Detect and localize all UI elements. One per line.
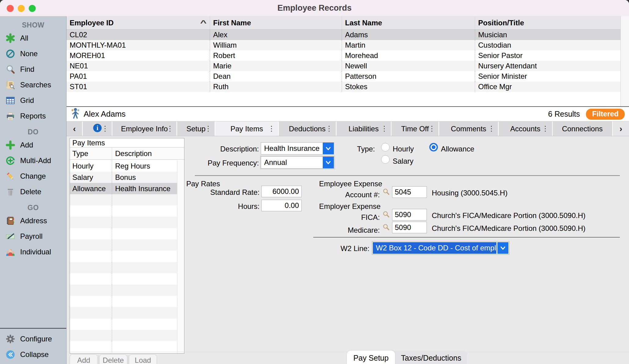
account-number-input[interactable] — [392, 186, 427, 198]
column-header-last-name[interactable]: Last Name — [342, 16, 475, 29]
pay-items-panel-title: Pay Items — [70, 138, 184, 147]
list-item[interactable]: SalaryBonus — [70, 172, 177, 183]
sidebar-footer: Configure Collapse — [0, 328, 66, 364]
table-row[interactable]: ST01RuthStokesOffice Mgr — [67, 82, 620, 92]
sidebar-item-change[interactable]: Change — [0, 168, 66, 184]
payroll-check-icon — [5, 231, 16, 241]
sidebar-item-configure[interactable]: Configure — [0, 331, 66, 347]
sidebar-item-label: Add — [20, 141, 33, 149]
delete-pay-item-button[interactable]: Delete — [99, 354, 127, 364]
table-row[interactable]: MOREH01RobertMoreheadSenior Pastor — [67, 50, 620, 61]
record-header: Alex Adams 6 Results Filtered — [67, 107, 629, 122]
type-radio-salary[interactable] — [381, 155, 390, 164]
employee-table-header: Employee ID ^ First Name Last Name Posit… — [67, 16, 620, 30]
list-item[interactable]: HourlyReg Hours — [70, 160, 177, 172]
sidebar-item-delete[interactable]: Delete — [0, 184, 66, 199]
hours-label: Hours: — [183, 202, 260, 211]
standard-rate-label: Standard Rate: — [183, 188, 260, 197]
sidebar-item-searches[interactable]: Searches — [0, 77, 66, 93]
tab-info[interactable]: i ⋮ — [83, 122, 112, 136]
chevron-down-icon — [497, 242, 508, 254]
pay-rates-heading: Pay Rates — [186, 180, 220, 188]
medicare-label: Medicare: — [317, 226, 380, 235]
standard-rate-input[interactable] — [261, 186, 302, 197]
tab-employee-info[interactable]: Employee Info⋮ — [112, 122, 177, 136]
type-radio-allowance[interactable] — [429, 143, 438, 151]
table-row[interactable]: PA01DeanPattersonSenior Minister — [67, 71, 620, 82]
close-window-button[interactable] — [7, 5, 14, 12]
person-icon — [5, 247, 16, 257]
sidebar-item-address[interactable]: Address — [0, 213, 66, 228]
none-icon — [5, 49, 16, 59]
window-title: Employee Records — [277, 3, 351, 13]
tab-taxes-deductions[interactable]: Taxes/Deductions — [395, 351, 467, 364]
account-lookup-icon[interactable] — [382, 188, 391, 198]
pay-items-content: Pay Items Type Description HourlyReg Hou… — [67, 136, 629, 364]
medicare-lookup-icon[interactable] — [382, 224, 391, 234]
sidebar-section-do: DO — [0, 127, 66, 137]
sidebar-item-label: Configure — [20, 335, 52, 343]
sidebar-item-multi-add[interactable]: Multi-Add — [0, 153, 66, 168]
tab-deductions[interactable]: Deductions⋮ — [279, 122, 336, 136]
tab-time-off[interactable]: Time Off⋮ — [391, 122, 439, 136]
type-radio-hourly[interactable] — [381, 143, 390, 151]
zoom-window-button[interactable] — [29, 5, 36, 12]
tab-accounts[interactable]: Accounts⋮ — [499, 122, 553, 136]
w2-line-dropdown[interactable]: W2 Box 12 - Code DD - Cost of empl... — [372, 241, 509, 255]
trash-icon — [5, 187, 16, 197]
sidebar-item-label: All — [20, 34, 28, 42]
pay-frequency-label: Pay Frequency: — [183, 159, 259, 167]
tab-comments[interactable]: Comments⋮ — [439, 122, 499, 136]
section-divider — [313, 237, 620, 238]
employer-expense-heading: Employer Expense — [319, 202, 380, 211]
sidebar-item-reports[interactable]: Reports — [0, 108, 66, 124]
type-option-hourly-label: Hourly — [393, 145, 414, 153]
sidebar-item-none[interactable]: None — [0, 46, 66, 61]
list-item[interactable]: AllowanceHealth Insurance — [70, 183, 177, 194]
title-bar: Employee Records — [0, 0, 629, 16]
pay-frequency-dropdown[interactable]: Annual — [261, 156, 334, 169]
tab-pay-items[interactable]: Pay Items⋮ — [215, 122, 278, 136]
tab-setup[interactable]: Setup⋮ — [177, 122, 215, 136]
sidebar-item-find[interactable]: Find — [0, 61, 66, 77]
tab-connections[interactable]: Connections — [553, 122, 613, 136]
table-row[interactable]: NE01MarieNewellNursery Attendant — [67, 61, 620, 71]
tab-overflow-dots[interactable]: ⋮ — [102, 125, 109, 133]
sidebar-item-collapse[interactable]: Collapse — [0, 347, 66, 362]
fica-lookup-icon[interactable] — [382, 211, 391, 221]
pay-items-buttons: Add Delete Load — [70, 354, 157, 364]
sidebar-item-all[interactable]: All — [0, 30, 66, 46]
sidebar-item-add[interactable]: Add — [0, 137, 66, 153]
medicare-account-input[interactable] — [392, 222, 427, 233]
column-header-type[interactable]: Type — [70, 147, 112, 159]
column-header-description[interactable]: Description — [112, 149, 152, 158]
employee-table-scrollbar[interactable] — [620, 16, 629, 106]
hours-input[interactable] — [261, 200, 302, 211]
filtered-badge[interactable]: Filtered — [586, 109, 625, 120]
employee-expense-heading: Employee Expense — [319, 180, 382, 188]
medicare-account-description: Church's FICA/Medicare Portion (3000.509… — [432, 224, 585, 233]
record-tab-bar: ‹ i ⋮ Employee Info⋮ Setup⋮ Pay Items⋮ D… — [67, 122, 629, 136]
column-header-position-title[interactable]: Position/Title — [475, 16, 620, 29]
column-header-employee-id[interactable]: Employee ID ^ — [67, 16, 210, 29]
type-label: Type: — [335, 145, 375, 153]
sidebar-item-label: Delete — [20, 187, 41, 196]
chevron-down-icon — [323, 143, 334, 154]
tab-liabilities[interactable]: Liabilities⋮ — [336, 122, 392, 136]
column-header-first-name[interactable]: First Name — [210, 16, 342, 29]
tab-scroll-right-button[interactable]: › — [613, 122, 629, 136]
add-pay-item-button[interactable]: Add — [70, 354, 98, 364]
table-row[interactable]: CL02AlexAdamsMusician — [67, 30, 620, 40]
tab-pay-setup[interactable]: Pay Setup — [347, 351, 395, 364]
fica-account-input[interactable] — [392, 209, 427, 220]
sidebar-item-payroll[interactable]: Payroll — [0, 228, 66, 244]
sidebar-item-grid[interactable]: Grid — [0, 93, 66, 108]
minimize-window-button[interactable] — [18, 5, 25, 12]
load-pay-item-button[interactable]: Load — [129, 354, 157, 364]
account-number-label: Account #: — [317, 191, 380, 199]
table-row[interactable]: MONTHLY-MA01WilliamMartinCustodian — [67, 40, 620, 50]
description-dropdown[interactable]: Health Insurance — [261, 142, 334, 155]
asterisk-icon — [5, 33, 16, 43]
tab-scroll-left-button[interactable]: ‹ — [67, 122, 83, 136]
sidebar-item-individual[interactable]: Individual — [0, 244, 66, 260]
